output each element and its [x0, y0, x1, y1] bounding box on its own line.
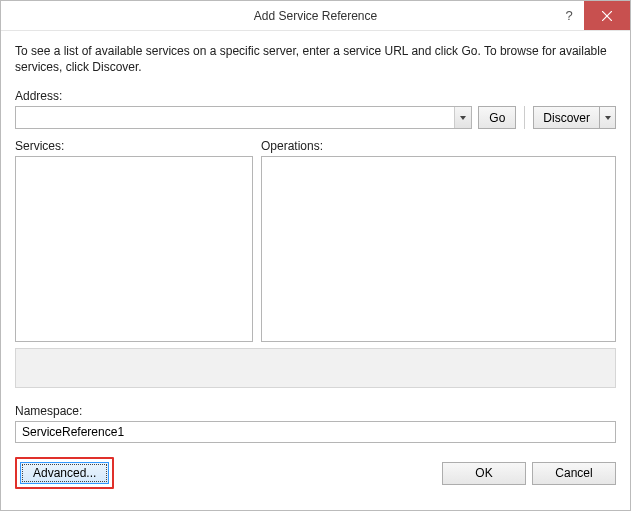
- discover-dropdown-button[interactable]: [600, 106, 616, 129]
- status-area: [15, 348, 616, 388]
- close-icon: [602, 11, 612, 21]
- namespace-input[interactable]: [15, 421, 616, 443]
- ok-button[interactable]: OK: [442, 462, 526, 485]
- namespace-label: Namespace:: [15, 404, 616, 418]
- address-combobox[interactable]: [15, 106, 472, 129]
- operations-label: Operations:: [261, 139, 616, 153]
- separator: [524, 106, 525, 129]
- address-label: Address:: [15, 89, 616, 103]
- help-button[interactable]: ?: [554, 1, 584, 30]
- titlebar: Add Service Reference ?: [1, 1, 630, 31]
- close-button[interactable]: [584, 1, 630, 30]
- help-icon: ?: [565, 8, 572, 23]
- chevron-down-icon: [460, 116, 466, 120]
- advanced-button[interactable]: Advanced...: [20, 462, 109, 484]
- go-button[interactable]: Go: [478, 106, 516, 129]
- discover-button[interactable]: Discover: [533, 106, 600, 129]
- services-label: Services:: [15, 139, 253, 153]
- window-title: Add Service Reference: [1, 9, 630, 23]
- instructions-text: To see a list of available services on a…: [15, 43, 616, 75]
- address-dropdown-button[interactable]: [454, 107, 471, 128]
- advanced-highlight: Advanced...: [15, 457, 114, 489]
- chevron-down-icon: [605, 116, 611, 120]
- operations-listbox[interactable]: [261, 156, 616, 342]
- address-input[interactable]: [16, 107, 454, 128]
- cancel-button[interactable]: Cancel: [532, 462, 616, 485]
- services-listbox[interactable]: [15, 156, 253, 342]
